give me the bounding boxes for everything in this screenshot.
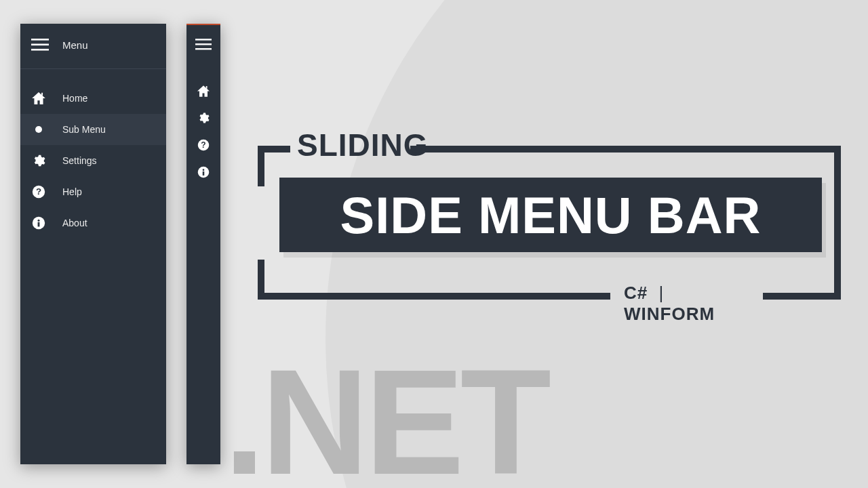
- hamburger-icon[interactable]: [31, 39, 49, 51]
- frame-segment: [258, 293, 610, 300]
- info-icon[interactable]: [196, 165, 211, 180]
- svg-rect-3: [41, 93, 43, 96]
- sidebar-item-about[interactable]: About: [20, 207, 166, 239]
- separator: |: [658, 283, 664, 303]
- svg-rect-13: [206, 86, 208, 89]
- home-icon: [31, 92, 46, 104]
- gear-icon: [31, 154, 46, 167]
- frame-segment: [258, 260, 264, 299]
- tech-winform: WINFORM: [624, 304, 715, 324]
- sidebar-divider: [20, 68, 166, 69]
- help-icon[interactable]: ?: [196, 138, 211, 152]
- headline-subtitle: C# | WINFORM: [624, 283, 715, 325]
- frame-segment: [834, 146, 841, 298]
- info-icon: [31, 216, 46, 230]
- frame-segment: [258, 146, 290, 152]
- svg-rect-9: [38, 222, 40, 227]
- sidebar-item-settings[interactable]: Settings: [20, 145, 166, 176]
- hamburger-icon[interactable]: [195, 39, 212, 50]
- svg-rect-0: [31, 39, 49, 41]
- svg-point-17: [203, 169, 205, 171]
- svg-rect-2: [31, 49, 49, 51]
- tech-csharp: C#: [624, 283, 648, 303]
- svg-rect-10: [195, 39, 212, 40]
- svg-text:?: ?: [201, 140, 205, 150]
- sidebar-expanded: Menu Home Sub Menu Settings ? Help: [20, 24, 166, 464]
- sidebar-item-label: Help: [62, 186, 82, 197]
- sidebar-item-label: Home: [62, 93, 87, 104]
- svg-rect-18: [203, 171, 205, 176]
- watermark-text: .NET: [224, 337, 547, 488]
- sidebar-header: Menu: [20, 24, 166, 66]
- sidebar-item-submenu[interactable]: Sub Menu: [20, 114, 166, 145]
- gear-icon[interactable]: [196, 110, 211, 125]
- sidebar-item-label: Settings: [62, 155, 97, 166]
- svg-rect-1: [31, 44, 49, 46]
- svg-rect-11: [195, 43, 212, 45]
- sidebar-collapsed: ?: [186, 24, 220, 464]
- frame-segment: [763, 293, 841, 300]
- sidebar-item-label: Sub Menu: [62, 124, 106, 135]
- sidebar-item-help[interactable]: ? Help: [20, 176, 166, 207]
- headline-main: SIDE MENU BAR: [340, 186, 761, 245]
- help-icon: ?: [31, 185, 46, 199]
- svg-point-8: [38, 220, 40, 222]
- collapsed-items: ?: [186, 83, 220, 180]
- home-icon[interactable]: [196, 83, 211, 98]
- sidebar-item-label: About: [62, 218, 87, 228]
- frame-segment: [410, 146, 841, 152]
- sidebar-items: Home Sub Menu Settings ? Help About: [20, 83, 166, 239]
- svg-rect-12: [195, 48, 212, 49]
- headline-top: SLIDING: [297, 127, 429, 163]
- svg-text:?: ?: [36, 186, 41, 197]
- sidebar-item-home[interactable]: Home: [20, 83, 166, 114]
- sidebar-title: Menu: [62, 39, 88, 51]
- headline-banner: SIDE MENU BAR: [279, 178, 822, 252]
- svg-point-4: [35, 126, 42, 133]
- bullet-icon: [31, 125, 46, 134]
